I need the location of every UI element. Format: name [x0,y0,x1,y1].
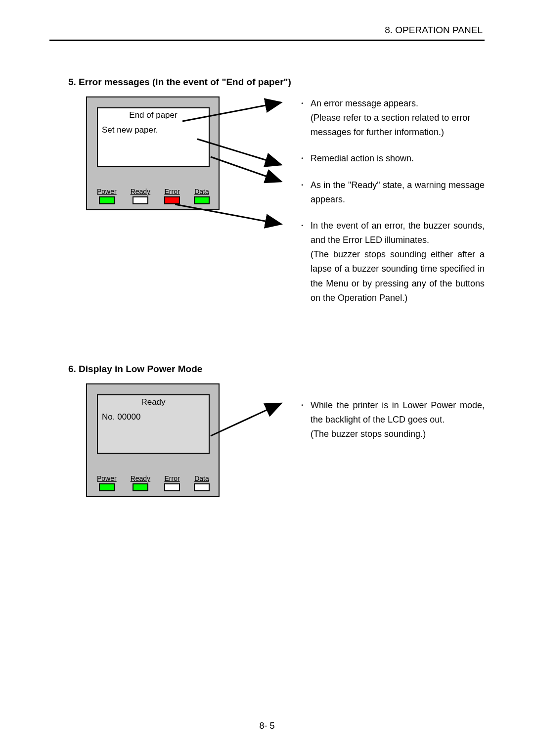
led-data: Data [194,474,210,491]
lcd-error: End of paper Set new paper. [97,107,210,167]
bullet-5-3: ・ As in the "Ready" state, a warning mes… [298,178,485,207]
lcd-lowpower: Ready No. 00000 [97,394,210,454]
led-ready-indicator [133,483,148,491]
section-5-descriptions: ・ An error message appears. (Please refe… [244,96,485,305]
bullet-dot-icon: ・ [298,398,307,413]
bullet-5-4: ・ In the event of an error, the buzzer s… [298,219,485,305]
bullet-dot-icon: ・ [298,219,307,233]
panel-6-column: Ready No. 00000 Power Ready Error [86,383,244,497]
led-row-error: Power Ready Error Data [97,188,210,204]
operation-panel-error: End of paper Set new paper. Power Ready … [86,96,220,210]
section-6-title: 6. Display in Low Power Mode [68,364,485,375]
section-6-descriptions: ・ While the printer is in Lower Power mo… [244,383,485,441]
led-ready: Ready [131,188,150,204]
lcd-line-3 [98,425,209,453]
page: 8. OPERATION PANEL 5. Error messages (in… [0,0,534,756]
led-power-indicator [99,483,115,491]
header-rule [49,40,485,41]
bullet-dot-icon: ・ [298,151,307,166]
lcd-line-1: End of paper [98,108,209,123]
led-data-indicator [194,196,210,204]
bullet-dot-icon: ・ [298,96,307,111]
led-data-indicator [194,483,210,491]
led-power: Power [97,188,117,204]
led-data: Data [194,188,210,204]
bullet-6-1: ・ While the printer is in Lower Power mo… [298,398,485,441]
lcd-line-2: Set new paper. [98,123,209,138]
section-5-title: 5. Error messages (in the event of "End … [68,77,485,88]
led-error: Error [164,188,180,204]
lcd-line-1: Ready [98,395,209,410]
led-error-indicator [164,196,180,204]
led-error-indicator [164,483,180,491]
page-number: 8- 5 [0,721,534,731]
bullet-5-1: ・ An error message appears. (Please refe… [298,96,485,140]
lcd-line-2: No. 00000 [98,410,209,425]
led-error: Error [164,474,180,491]
led-row-lowpower: Power Ready Error Data [97,474,210,491]
panel-5-column: End of paper Set new paper. Power Ready … [86,96,244,210]
operation-panel-lowpower: Ready No. 00000 Power Ready Error [86,383,220,497]
led-power: Power [97,474,117,491]
bullet-dot-icon: ・ [298,178,307,192]
led-power-indicator [99,196,115,204]
bullet-5-2: ・ Remedial action is shown. [298,151,485,166]
led-ready: Ready [131,474,150,491]
led-ready-indicator [133,196,148,204]
chapter-header: 8. OPERATION PANEL [49,25,485,36]
